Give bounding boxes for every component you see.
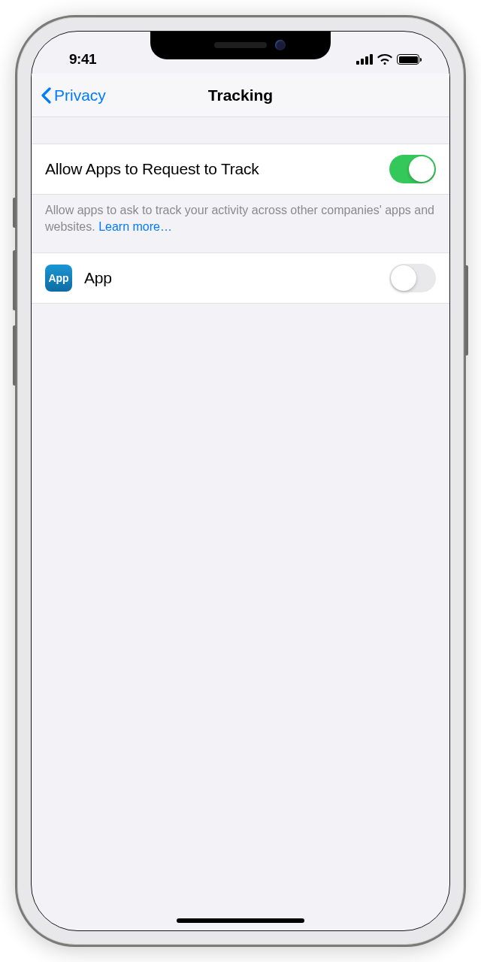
app-name-label: App [84, 269, 389, 287]
app-icon: App [45, 265, 72, 292]
speaker-grille [214, 42, 267, 48]
learn-more-link[interactable]: Learn more… [98, 220, 172, 233]
chevron-left-icon [41, 87, 53, 104]
tracking-footer-text: Allow apps to ask to track your activity… [32, 195, 449, 253]
screen: 9:41 Privacy Tracking [31, 31, 450, 931]
app-tracking-row: App App [32, 253, 449, 304]
home-indicator[interactable] [177, 918, 304, 923]
allow-tracking-toggle[interactable] [389, 155, 436, 183]
wifi-icon [377, 54, 392, 65]
allow-tracking-row: Allow Apps to Request to Track [32, 144, 449, 195]
navigation-bar: Privacy Tracking [32, 74, 449, 117]
status-time: 9:41 [69, 51, 96, 67]
app-tracking-toggle[interactable] [389, 264, 436, 292]
back-button-label: Privacy [54, 86, 106, 104]
front-camera [275, 40, 286, 50]
settings-content: Allow Apps to Request to Track Allow app… [32, 117, 449, 304]
allow-tracking-label: Allow Apps to Request to Track [45, 160, 389, 178]
battery-icon [397, 54, 419, 65]
back-button[interactable]: Privacy [41, 86, 106, 104]
notch [150, 31, 331, 59]
cellular-signal-icon [356, 54, 373, 65]
device-frame: 9:41 Privacy Tracking [15, 15, 466, 947]
